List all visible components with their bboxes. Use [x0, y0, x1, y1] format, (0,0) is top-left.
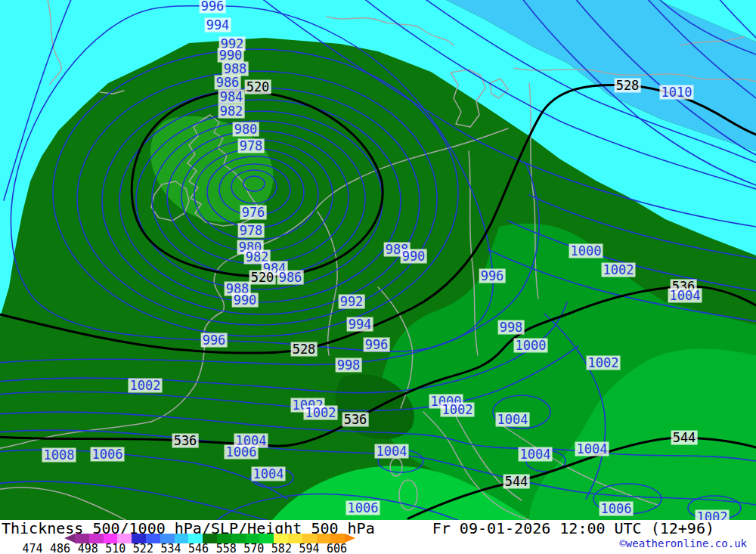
legend-bar: Thickness 500/1000 hPa/SLP/Height 500 hP…	[0, 520, 756, 554]
colorbar-tick: 570	[243, 543, 264, 554]
pressure-label: 1006	[346, 501, 380, 515]
weather-map-page: 9969949929909889865209849829809789769789…	[0, 0, 756, 554]
height-contour-label: 544	[671, 431, 698, 445]
colorbar-tick: 522	[133, 543, 153, 554]
colorbar-tick: 558	[216, 543, 237, 554]
height-contour-label: 544	[503, 475, 530, 489]
pressure-label: 990	[401, 249, 427, 264]
pressure-label: 1000	[569, 244, 603, 258]
pressure-label: 992	[339, 295, 365, 309]
pressure-label: 1004	[496, 413, 530, 427]
pressure-label: 1006	[225, 445, 259, 460]
pressure-label: 998	[336, 358, 362, 373]
pressure-label: 1004	[668, 289, 702, 303]
colorbar-tick: 594	[299, 543, 319, 554]
pressure-label: 1004	[519, 447, 553, 462]
pressure-label: 978	[238, 224, 265, 238]
pressure-label: 1004	[375, 444, 409, 459]
pressure-label: 1008	[42, 448, 76, 463]
pressure-label: 1006	[600, 502, 634, 516]
pressure-label: 976	[240, 206, 267, 220]
colorbar-tick: 606	[327, 543, 347, 554]
colorbar-tick: 486	[50, 543, 70, 554]
pressure-label: 1010	[660, 85, 694, 100]
colorbar-tick: 582	[271, 543, 292, 554]
height-contour-label: 520	[245, 80, 271, 94]
pressure-label: 994	[347, 317, 373, 332]
colorbar-tick: 498	[78, 543, 98, 554]
colorbar-tick: 546	[188, 543, 209, 554]
pressure-label: 1002	[587, 356, 621, 370]
pressure-label: 1002	[441, 403, 475, 417]
pressure-label: 996	[479, 269, 506, 283]
colorbar-tick: 474	[22, 543, 42, 554]
pressure-label: 978	[238, 139, 265, 153]
pressure-label: 984	[218, 90, 245, 104]
pressure-label: 982	[218, 104, 245, 119]
pressure-label: 1002	[602, 263, 636, 277]
pressure-label: 1000	[514, 339, 548, 353]
colorbar-ticks: 474486498510522534546558570582594606	[0, 543, 393, 554]
pressure-label: 996	[200, 0, 226, 14]
pressure-label: 1004	[575, 442, 609, 457]
height-contour-label: 536	[172, 434, 199, 448]
pressure-label: 980	[233, 122, 259, 137]
pressure-label: 996	[364, 338, 390, 352]
pressure-label: 1002	[129, 379, 163, 393]
pressure-label: 986	[215, 76, 241, 90]
colorbar-tick: 534	[160, 543, 181, 554]
height-contour-label: 528	[291, 342, 318, 357]
pressure-label: 996	[201, 333, 228, 348]
pressure-label: 990	[232, 293, 259, 308]
pressure-label: 994	[205, 18, 231, 32]
copyright-link[interactable]: ©weatheronline.co.uk	[619, 538, 747, 549]
pressure-label: 1002	[304, 406, 338, 420]
pressure-label: 1002	[696, 510, 730, 521]
map-area: 9969949929909889865209849829809789769789…	[0, 0, 756, 520]
pressure-label: 986	[277, 271, 304, 285]
height-contour-label: 520	[249, 271, 276, 285]
pressure-label: 998	[498, 320, 525, 335]
pressure-label: 1004	[252, 467, 286, 481]
height-contour-label: 528	[615, 79, 641, 93]
pressure-label: 1006	[91, 447, 125, 462]
colorbar-tick: 510	[105, 543, 125, 554]
legend-datetime: Fr 09-01-2026 12:00 UTC (12+96)	[432, 521, 714, 536]
height-contour-label: 536	[342, 413, 369, 427]
map-labels-layer: 9969949929909889865209849829809789769789…	[0, 0, 756, 520]
